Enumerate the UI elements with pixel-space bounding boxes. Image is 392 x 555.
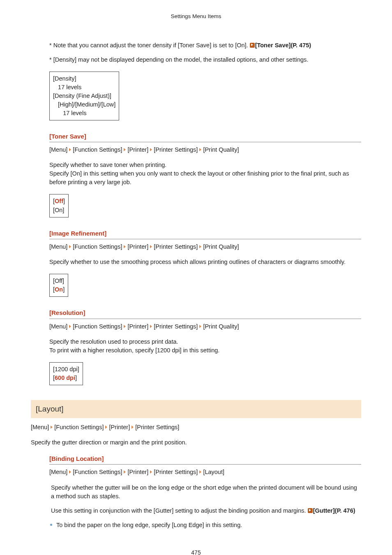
box-line: 17 levels <box>53 83 115 92</box>
bc-item: [Printer Settings] <box>135 424 179 430</box>
paragraph: Specify whether the gutter will be on th… <box>51 483 361 501</box>
bc-item: [Printer] <box>109 424 130 430</box>
chevron-right-icon <box>150 470 152 474</box>
chevron-right-icon <box>199 325 201 328</box>
bc-item: [Menu] <box>31 424 49 430</box>
note-density-display: * [Density] may not be displayed dependi… <box>49 56 361 64</box>
text: Specify whether to save toner when print… <box>49 162 166 168</box>
box-line: [Density] <box>53 74 115 83</box>
chevron-right-icon <box>51 426 53 429</box>
chevron-right-icon <box>150 245 152 248</box>
subheading-resolution: [Resolution] <box>49 308 361 319</box>
bc-item: [Printer] <box>127 243 148 250</box>
section-image-refinement: [Image Refinement] [Menu][Function Setti… <box>49 229 361 297</box>
option-default: [On] <box>53 285 65 294</box>
chevron-right-icon <box>124 470 126 474</box>
section-resolution: [Resolution] [Menu][Function Settings][P… <box>49 308 361 385</box>
bc-item: [Printer Settings] <box>154 146 198 153</box>
section-toner-save: [Toner Save] [Menu][Function Settings][P… <box>49 132 361 217</box>
default-value: Off <box>55 198 63 204</box>
bc-item: [Function Settings] <box>54 424 104 430</box>
chevron-right-icon <box>69 325 71 328</box>
breadcrumb: [Menu][Function Settings][Printer][Print… <box>49 243 361 251</box>
bc-item: [Function Settings] <box>73 469 122 475</box>
chevron-right-icon <box>131 426 134 429</box>
bullet-item: To bind the paper on the long edge, spec… <box>50 521 361 530</box>
note-text: * Note that you cannot adjust the toner … <box>49 42 250 49</box>
breadcrumb: [Menu][Function Settings][Printer][Print… <box>49 468 361 476</box>
bc-item: [Menu] <box>49 146 67 153</box>
option-default: [600 dpi] <box>53 374 79 382</box>
box-line: [Density (Fine Adjust)] <box>53 92 115 100</box>
box-line: [High]/[Medium]/[Low] <box>53 100 115 109</box>
subheading-image-refinement: [Image Refinement] <box>49 229 361 240</box>
bc-item: [Print Quality] <box>203 243 239 250</box>
bc-item: [Menu] <box>49 323 67 330</box>
chevron-right-icon <box>69 470 71 474</box>
chevron-right-icon <box>124 245 126 248</box>
breadcrumb: [Menu][Function Settings][Printer][Print… <box>49 322 361 331</box>
paragraph: Use this setting in conjunction with the… <box>51 506 361 515</box>
box-line: 17 levels <box>53 109 115 118</box>
bc-item: [Function Settings] <box>73 243 122 250</box>
paragraph: Specify whether to save toner when print… <box>49 161 361 187</box>
bc-item: [Printer] <box>127 469 148 475</box>
bc-item: [Printer Settings] <box>154 323 198 330</box>
bullet-icon <box>50 524 52 526</box>
bc-item: [Printer] <box>127 323 148 330</box>
paragraph: Specify whether to use the smoothing pro… <box>49 258 361 266</box>
paragraph: Specify the gutter direction or margin a… <box>31 438 361 447</box>
link-arrow-icon <box>308 508 313 513</box>
bc-item: [Print Quality] <box>203 323 239 330</box>
note-toner-density: * Note that you cannot adjust the toner … <box>49 41 361 50</box>
bc-item: [Printer Settings] <box>154 469 198 475</box>
text: To print with a higher resolution, speci… <box>49 347 219 354</box>
section-bar-layout: [Layout] <box>31 400 361 418</box>
chevron-right-icon <box>199 470 201 474</box>
bc-item: [Print Quality] <box>203 146 239 153</box>
paragraph: Specify the resolution used to process p… <box>49 338 361 355</box>
subheading-binding-location: [Binding Location] <box>49 454 361 465</box>
text: Use this setting in conjunction with the… <box>51 507 308 514</box>
chevron-right-icon <box>124 148 126 151</box>
breadcrumb: [Menu][Function Settings][Printer][Print… <box>49 146 361 154</box>
default-value: On <box>55 286 63 293</box>
link-arrow-icon <box>250 43 255 48</box>
bc-item: [Function Settings] <box>73 323 122 330</box>
chevron-right-icon <box>150 148 152 151</box>
chevron-right-icon <box>69 148 71 151</box>
bc-item: [Menu] <box>49 243 67 250</box>
cross-ref-toner-save[interactable]: [Toner Save](P. 475) <box>255 42 311 49</box>
option-default: [Off] <box>53 197 65 206</box>
running-header: Settings Menu Items <box>31 12 361 21</box>
chevron-right-icon <box>124 325 126 328</box>
subheading-toner-save: [Toner Save] <box>49 132 361 143</box>
chevron-right-icon <box>69 245 71 248</box>
bc-item: [Layout] <box>203 469 224 475</box>
chevron-right-icon <box>150 325 152 328</box>
bullet-text: To bind the paper on the long edge, spec… <box>56 522 242 528</box>
option: [On] <box>53 206 65 215</box>
cross-ref-gutter[interactable]: [Gutter](P. 476) <box>313 507 355 514</box>
page-number: 475 <box>31 548 361 555</box>
breadcrumb: [Menu][Function Settings][Printer][Print… <box>31 423 361 432</box>
page-container: Settings Menu Items * Note that you cann… <box>0 0 392 555</box>
chevron-right-icon <box>199 148 201 151</box>
option: [Off] <box>53 277 65 285</box>
bc-item: [Function Settings] <box>73 146 122 153</box>
chevron-right-icon <box>105 426 107 429</box>
bc-item: [Menu] <box>49 469 67 475</box>
density-options-box: [Density] 17 levels [Density (Fine Adjus… <box>49 72 119 120</box>
bc-item: [Printer] <box>127 146 148 153</box>
toner-save-options-box: [Off] [On] <box>49 194 69 217</box>
option: [1200 dpi] <box>53 365 79 374</box>
image-refinement-options-box: [Off] [On] <box>49 274 68 297</box>
resolution-options-box: [1200 dpi] [600 dpi] <box>49 362 83 385</box>
chevron-right-icon <box>199 245 201 248</box>
section-binding-location: [Binding Location] [Menu][Function Setti… <box>49 454 361 530</box>
text: Specify the resolution used to process p… <box>49 338 178 345</box>
text: Specify [On] in this setting when you on… <box>49 170 349 185</box>
default-value: 600 dpi <box>55 375 75 381</box>
bc-item: [Printer Settings] <box>154 243 198 250</box>
